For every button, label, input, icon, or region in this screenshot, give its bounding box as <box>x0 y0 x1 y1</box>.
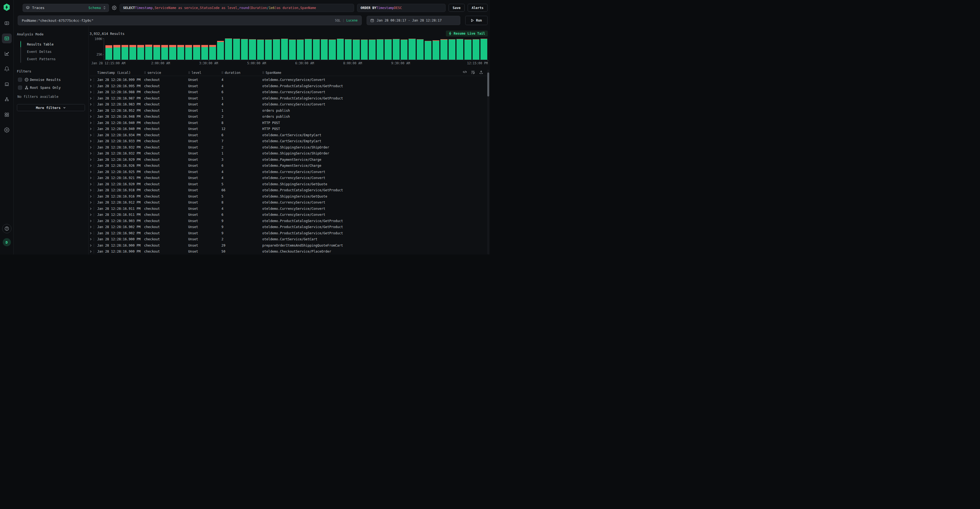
table-row[interactable]: Jan 28 12:28:16.933 PMcheckoutUnset7otel… <box>90 138 488 144</box>
chart-bar[interactable] <box>297 40 304 60</box>
expand-row-chevron-icon[interactable] <box>90 207 92 210</box>
chart-bar[interactable] <box>241 39 248 60</box>
chart-bar[interactable] <box>409 39 415 60</box>
drag-handle-icon[interactable] <box>262 71 264 74</box>
collapse-sidebar-button[interactable] <box>2 18 12 28</box>
expand-row-chevron-icon[interactable] <box>90 195 92 198</box>
expand-row-chevron-icon[interactable] <box>90 152 92 155</box>
expand-row-chevron-icon[interactable] <box>90 250 92 253</box>
table-row[interactable]: Jan 28 12:28:16.900 PMcheckoutUnset50ote… <box>90 249 488 254</box>
chart-bar[interactable] <box>209 45 216 60</box>
table-row[interactable]: Jan 28 12:28:16.920 PMcheckoutUnset5otel… <box>90 181 488 187</box>
chart-bar[interactable] <box>289 40 296 60</box>
expand-row-chevron-icon[interactable] <box>90 220 92 222</box>
run-button[interactable]: Run <box>465 16 488 25</box>
table-row[interactable]: Jan 28 12:28:16.934 PMcheckoutUnset6otel… <box>90 132 488 139</box>
table-row[interactable]: Jan 28 12:28:16.983 PMcheckoutUnset4otel… <box>90 101 488 108</box>
nav-services-hierarchy-icon[interactable] <box>2 94 12 104</box>
table-row[interactable]: Jan 28 12:28:16.900 PMcheckoutUnset29pre… <box>90 243 488 249</box>
chart-bar[interactable] <box>193 45 200 60</box>
chart-bar[interactable] <box>433 40 439 60</box>
table-row[interactable]: Jan 28 12:28:16.916 PMcheckoutUnset5otel… <box>90 193 488 200</box>
expand-row-chevron-icon[interactable] <box>90 226 92 228</box>
chart-bar[interactable] <box>385 39 391 60</box>
table-row[interactable]: Jan 28 12:28:16.921 PMcheckoutUnset4otel… <box>90 175 488 181</box>
chart-bar[interactable] <box>265 40 272 60</box>
expand-row-chevron-icon[interactable] <box>90 183 92 185</box>
expand-row-chevron-icon[interactable] <box>90 78 92 81</box>
drag-handle-icon[interactable] <box>221 71 223 74</box>
chart-bar[interactable] <box>137 45 144 60</box>
expand-row-chevron-icon[interactable] <box>90 103 92 106</box>
schema-link[interactable]: Schema <box>89 6 101 10</box>
nav-search-results-icon[interactable] <box>2 34 12 43</box>
chart-bar[interactable] <box>129 45 136 60</box>
expand-row-chevron-icon[interactable] <box>90 232 92 235</box>
column-header-spanname[interactable]: SpanName <box>262 71 488 75</box>
help-button[interactable] <box>2 224 11 233</box>
chart-bar[interactable] <box>401 40 407 60</box>
chart-bar[interactable] <box>353 40 360 60</box>
download-icon[interactable] <box>479 70 484 74</box>
chart-bar[interactable] <box>169 45 176 60</box>
scrollbar-track[interactable] <box>487 70 489 254</box>
scrollbar-thumb[interactable] <box>487 72 489 96</box>
user-avatar[interactable]: D <box>3 238 11 246</box>
expand-row-chevron-icon[interactable] <box>90 238 92 241</box>
chart-bar[interactable] <box>201 45 208 60</box>
order-by-input[interactable]: ORDER BY Timestamp DESC <box>357 4 445 12</box>
expand-row-chevron-icon[interactable] <box>90 109 92 112</box>
expand-row-chevron-icon[interactable] <box>90 115 92 118</box>
wrap-lines-icon[interactable] <box>471 70 475 74</box>
resume-live-tail-button[interactable]: Resume Live Tail <box>446 30 488 37</box>
expand-row-chevron-icon[interactable] <box>90 189 92 191</box>
expand-row-chevron-icon[interactable] <box>90 213 92 216</box>
table-row[interactable]: Jan 28 12:28:16.912 PMcheckoutUnset8otel… <box>90 199 488 206</box>
table-row[interactable]: Jan 28 12:28:16.911 PMcheckoutUnset6otel… <box>90 212 488 218</box>
expand-row-chevron-icon[interactable] <box>90 85 92 88</box>
chart-bar[interactable] <box>105 45 112 60</box>
chart-bar[interactable] <box>177 45 184 60</box>
language-lucene-option[interactable]: Lucene <box>346 19 358 22</box>
table-row[interactable]: Jan 28 12:28:16.911 PMcheckoutUnset4otel… <box>90 206 488 212</box>
chart-bar[interactable] <box>441 39 447 60</box>
chart-bar[interactable] <box>217 41 224 60</box>
table-row[interactable]: Jan 28 12:28:16.987 PMcheckoutUnset1otel… <box>90 96 488 102</box>
table-row[interactable]: Jan 28 12:28:16.999 PMcheckoutUnset4otel… <box>90 77 488 83</box>
expand-row-chevron-icon[interactable] <box>90 140 92 142</box>
expand-row-chevron-icon[interactable] <box>90 171 92 173</box>
table-row[interactable]: Jan 28 12:28:16.952 PMcheckoutUnset1orde… <box>90 108 488 114</box>
chart-bar[interactable] <box>377 39 383 60</box>
expand-row-chevron-icon[interactable] <box>90 164 92 167</box>
table-row[interactable]: Jan 28 12:28:16.925 PMcheckoutUnset4otel… <box>90 169 488 175</box>
table-row[interactable]: Jan 28 12:28:16.902 PMcheckoutUnset9otel… <box>90 224 488 230</box>
hyperdx-logo-icon[interactable] <box>3 3 10 11</box>
column-header-service[interactable]: service <box>144 71 188 75</box>
table-row[interactable]: Jan 28 12:28:16.948 PMcheckoutUnset2orde… <box>90 113 488 120</box>
root-spans-filter[interactable]: Root Spans Only <box>18 86 85 89</box>
chart-bar[interactable] <box>337 39 344 60</box>
column-header-level[interactable]: level <box>188 71 221 75</box>
denoise-results-filter[interactable]: Denoise Results <box>18 78 85 82</box>
table-row[interactable]: Jan 28 12:28:16.900 PMcheckoutUnset2otel… <box>90 236 488 243</box>
expand-row-chevron-icon[interactable] <box>90 97 92 100</box>
chart-bar[interactable] <box>393 39 399 60</box>
language-sql-option[interactable]: SQL <box>335 19 341 22</box>
table-row[interactable]: Jan 28 12:28:16.902 PMcheckoutUnset9otel… <box>90 230 488 236</box>
source-selector[interactable]: Traces Schema <box>22 4 109 12</box>
chart-bar[interactable] <box>161 45 168 60</box>
column-header-timestamp-local-[interactable]: Timestamp (Local) <box>97 71 144 75</box>
table-row[interactable]: Jan 28 12:28:16.932 PMcheckoutUnset2otel… <box>90 144 488 151</box>
drag-handle-icon[interactable] <box>188 71 190 74</box>
table-row[interactable]: Jan 28 12:28:16.940 PMcheckoutUnset8HTTP… <box>90 120 488 126</box>
chart-bar[interactable] <box>425 41 431 60</box>
chart-bar[interactable] <box>281 39 288 60</box>
drag-handle-icon[interactable] <box>144 71 146 74</box>
table-row[interactable]: Jan 28 12:28:16.988 PMcheckoutUnset6otel… <box>90 89 488 96</box>
more-filters-button[interactable]: More filters <box>17 104 85 111</box>
view-source-code-icon[interactable] <box>463 70 467 74</box>
expand-row-chevron-icon[interactable] <box>90 121 92 124</box>
chart-bar[interactable] <box>480 39 487 60</box>
analysis-mode-item-results-table[interactable]: Results Table <box>21 41 85 48</box>
nav-chart-explorer-icon[interactable] <box>2 49 12 59</box>
